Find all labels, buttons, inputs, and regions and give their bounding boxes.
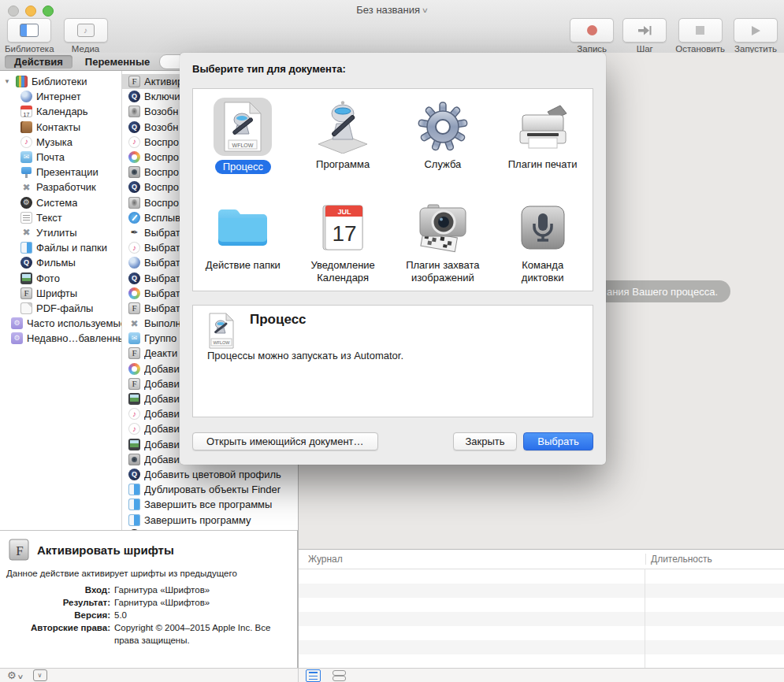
library-sidebar: ▼ Библиотеки Интернет Календарь Контакты… [0, 71, 122, 530]
action-row[interactable]: Завершить программу [122, 512, 298, 527]
document-type-grid: WFLOW Процесс Программа [192, 88, 593, 291]
svg-text:WFLOW: WFLOW [213, 340, 230, 345]
field-value: Гарнитура «Шрифтов» [114, 596, 286, 609]
globe-icon [20, 91, 32, 102]
log-view-list-button[interactable] [306, 669, 321, 682]
speaker-icon [128, 106, 140, 117]
imagecapture-icon [128, 166, 140, 178]
mail-icon [128, 332, 140, 344]
step-button[interactable] [622, 18, 667, 43]
microphone-icon [518, 203, 567, 252]
sidebar-item[interactable]: Шрифты [0, 286, 121, 301]
library-icon [20, 24, 39, 37]
gear-icon [416, 100, 470, 154]
inspector-fields: Вход: Гарнитура «Шрифтов» Результат: Гар… [0, 584, 297, 647]
sidebar-smart-list: Часто используемые Недавно…бавленные [0, 316, 121, 346]
dialog-title: Выберите тип для документа: [192, 63, 346, 75]
inspector-title: Активировать шрифты [37, 543, 174, 557]
sidebar-item[interactable]: Разработчик [0, 180, 121, 195]
developer-icon [20, 181, 32, 193]
log-column-journal[interactable]: Журнал [299, 554, 645, 565]
doc-type-label: Программа [316, 158, 370, 171]
doc-type-calendar-alarm[interactable]: JUL 17 Уведомление Календаря [293, 190, 393, 291]
doc-type-image-capture-plugin[interactable]: Плагин захвата изображений [393, 190, 493, 291]
sidebar-item[interactable]: Файлы и папки [0, 240, 121, 255]
photos-icon [128, 287, 140, 299]
camera-icon [415, 202, 470, 254]
close-button[interactable]: Закрыть [453, 432, 517, 450]
log-pane: Журнал Длительность [298, 549, 784, 668]
speaker-icon [128, 197, 140, 209]
svg-text:17: 17 [333, 221, 357, 246]
choose-button[interactable]: Выбрать [523, 432, 593, 450]
sidebar-item[interactable]: Почта [0, 150, 121, 165]
sidebar-item[interactable]: Фото [0, 270, 121, 285]
run-button[interactable] [734, 18, 778, 43]
gear-menu-button[interactable]: ⚙∨ [7, 669, 23, 681]
stop-button[interactable] [678, 18, 723, 43]
fonts-book-icon: F [8, 538, 30, 562]
sidebar-item[interactable]: Недавно…бавленные [0, 331, 121, 346]
doc-type-label: Уведомление Календаря [301, 259, 385, 284]
sidebar-item[interactable]: Утилиты [0, 225, 121, 240]
doc-type-service[interactable]: Служба [393, 89, 493, 190]
sidebar-item[interactable]: Фильмы [0, 255, 121, 270]
sidebar-item[interactable]: Презентации [0, 165, 121, 180]
log-row [299, 598, 784, 612]
choose-document-type-dialog: Выберите тип для документа: WFLOW Процес… [180, 53, 606, 465]
folder-icon [215, 206, 270, 250]
utilities-icon [20, 227, 32, 239]
log-view-rows-button[interactable] [333, 670, 346, 681]
music-icon [20, 136, 32, 148]
doc-type-application[interactable]: Программа [293, 89, 393, 190]
log-column-divider [645, 569, 645, 668]
stop-icon [696, 26, 704, 35]
log-row [299, 569, 784, 584]
log-row [299, 584, 784, 598]
tab-actions[interactable]: Действия [5, 55, 72, 69]
sidebar-category-list: Интернет Календарь Контакты Музыка Почта… [0, 89, 121, 316]
sidebar-item[interactable]: Календарь [0, 104, 121, 119]
record-button[interactable] [570, 18, 614, 43]
doc-type-workflow[interactable]: WFLOW Процесс [193, 89, 293, 190]
tab-variables[interactable]: Переменные [76, 55, 159, 69]
sidebar-item[interactable]: Часто используемые [0, 316, 121, 331]
media-button[interactable]: ♪ [64, 18, 108, 43]
sidebar-item-libraries[interactable]: ▼ Библиотеки [0, 74, 121, 89]
doc-type-print-plugin[interactable]: Плагин печати [492, 89, 593, 190]
run-icon [752, 26, 760, 35]
doc-type-label: Плагин захвата изображений [401, 259, 485, 284]
log-rows [299, 569, 784, 669]
calendar-icon: JUL 17 [318, 202, 367, 253]
window-title: Без названия∨ [0, 4, 784, 16]
sidebar-item[interactable]: Музыка [0, 135, 121, 150]
library-button[interactable] [7, 18, 51, 43]
music-icon [128, 136, 140, 148]
collapse-panel-button[interactable]: ∨ [33, 669, 47, 681]
action-row[interactable]: Дублировать объекты Finder [122, 482, 298, 497]
doc-type-label: Действие папки [206, 259, 281, 272]
sidebar-item[interactable]: Система [0, 195, 121, 210]
sidebar-item[interactable]: Интернет [0, 89, 121, 104]
utilities-icon [128, 317, 140, 329]
titlebar: Без названия∨ Библиотека ♪ Медиа Запись … [0, 0, 784, 54]
action-row[interactable]: Завершить все программы [122, 497, 298, 512]
disclosure-triangle-icon[interactable]: ▼ [4, 78, 12, 85]
sidebar-item[interactable]: Контакты [0, 120, 121, 135]
open-existing-document-button[interactable]: Открыть имеющийся документ… [192, 432, 378, 450]
finder-icon [128, 499, 140, 510]
sidebar-item[interactable]: Текст [0, 210, 121, 225]
quicktime-icon [128, 469, 140, 480]
doc-type-folder-action[interactable]: Действие папки [193, 190, 293, 291]
title-menu-chevron-icon[interactable]: ∨ [422, 6, 429, 14]
svg-text:JUL: JUL [338, 208, 352, 216]
log-column-duration[interactable]: Длительность [645, 554, 784, 565]
svg-text:WFLOW: WFLOW [232, 143, 254, 148]
sidebar-item[interactable]: PDF-файлы [0, 301, 121, 316]
calendar-icon [20, 106, 32, 117]
finder-icon [128, 514, 140, 526]
status-footer: ⚙∨ ∨ [0, 668, 784, 682]
action-row[interactable]: Добавить цветовой профиль [122, 467, 298, 482]
doc-type-dictation-command[interactable]: Команда диктовки [492, 190, 593, 291]
field-value: Copyright © 2004–2015 Apple Inc. Все пра… [114, 621, 286, 647]
